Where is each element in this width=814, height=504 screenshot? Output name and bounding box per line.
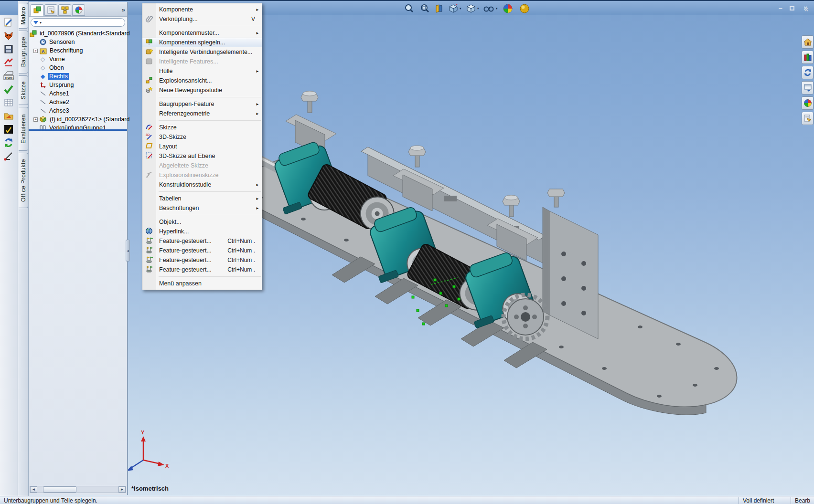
tab-configurationmanager[interactable] xyxy=(58,4,71,16)
context-menu: Komponente► Verknüpfung...V Komponentenm… xyxy=(142,3,262,290)
maximize-button[interactable] xyxy=(787,4,797,12)
menu-item-feature-gesteuert-1[interactable]: Feature-gesteuert...Ctrl+Num . xyxy=(142,236,262,246)
hide-show-items-button[interactable] xyxy=(483,3,494,14)
axis-tool-icon[interactable] xyxy=(1,150,16,162)
tab-skizze[interactable]: Skizze xyxy=(19,75,28,105)
scrollbar-thumb[interactable] xyxy=(43,486,76,493)
scroll-left-icon[interactable]: ◄ xyxy=(30,486,37,493)
tree-horizontal-scrollbar[interactable]: ◄ ► xyxy=(30,486,126,493)
tree-row-oben[interactable]: ◇ Oben xyxy=(30,63,127,72)
menu-item-menue-anpassen[interactable]: Menü anpassen xyxy=(142,279,262,288)
taskpane-home-button[interactable] xyxy=(802,35,814,49)
menu-item-hyperlink[interactable]: Hyperlink... xyxy=(142,227,262,236)
tab-baugruppe[interactable]: Baugruppe xyxy=(19,31,28,74)
display-style-button[interactable] xyxy=(466,3,476,14)
menu-item-baugruppen-feature[interactable]: Baugruppen-Feature► xyxy=(142,99,262,109)
dwg-icon[interactable]: DWG xyxy=(1,70,16,82)
tab-office-produkte[interactable]: Office Produkte xyxy=(19,153,28,208)
green-check-icon[interactable] xyxy=(1,83,16,95)
menu-item-feature-gesteuert-3[interactable]: Feature-gesteuert...Ctrl+Num . xyxy=(142,255,262,265)
svg-text:X: X xyxy=(165,463,169,469)
taskpane-file-explorer-button[interactable] xyxy=(802,66,814,79)
submenu-arrow-icon: ► xyxy=(256,69,259,74)
taskpane-design-library-button[interactable] xyxy=(802,51,814,64)
tab-overflow-chevron[interactable]: » xyxy=(122,6,125,13)
submenu-arrow-icon: ► xyxy=(256,8,259,12)
menu-item-tabellen[interactable]: Tabellen► xyxy=(142,194,262,203)
filter-dropdown-icon[interactable]: ▾ xyxy=(40,21,42,25)
edit-appearance-button[interactable] xyxy=(503,3,513,14)
tab-featuremanager-tree[interactable] xyxy=(31,4,43,16)
edit-document-icon[interactable] xyxy=(1,16,16,29)
expand-icon[interactable]: + xyxy=(33,49,38,53)
panel-collapse-handle[interactable]: ◄ xyxy=(126,240,130,262)
axis-icon xyxy=(39,107,46,115)
tree-row-achse1[interactable]: Achse1 xyxy=(30,89,127,98)
taskpane-custom-properties-button[interactable] xyxy=(802,112,814,125)
menu-item-neue-bewegungsstudie[interactable]: Neue Bewegungsstudie xyxy=(142,85,262,95)
origin-icon xyxy=(39,82,46,89)
scroll-right-icon[interactable]: ► xyxy=(118,486,126,493)
tree-row-ursprung[interactable]: Ursprung xyxy=(30,81,127,89)
sync-icon[interactable] xyxy=(1,136,16,149)
menu-item-referenzgeometrie[interactable]: Referenzgeometrie► xyxy=(142,109,262,118)
menu-item-verknuepfung[interactable]: Verknüpfung...V xyxy=(142,14,262,24)
paperclip-icon xyxy=(145,15,153,24)
sketch-on-plane-icon xyxy=(145,152,153,161)
tab-dimxpert[interactable] xyxy=(72,4,85,16)
tab-propertymanager[interactable] xyxy=(44,4,57,16)
macro-pen-icon[interactable] xyxy=(1,123,16,136)
section-view-button[interactable] xyxy=(434,3,444,14)
menu-item-komponenten-spiegeln[interactable]: Komponenten spiegeln... xyxy=(142,38,262,47)
tab-evaluieren[interactable]: Evaluieren xyxy=(19,107,28,151)
zoom-to-fit-button[interactable] xyxy=(404,3,414,14)
menu-item-komponentenmuster[interactable]: Komponentenmuster...► xyxy=(142,28,262,38)
taskpane-appearances-button[interactable] xyxy=(802,96,814,110)
menu-item-explosionslinienskizze[interactable]: Explosionslinienskizze xyxy=(142,170,262,180)
menu-item-konstruktionsstudie[interactable]: Konstruktionsstudie► xyxy=(142,180,262,189)
tree-row-achse2[interactable]: Achse2 xyxy=(30,98,127,106)
table-grid-icon[interactable] xyxy=(1,96,16,109)
menu-item-feature-gesteuert-2[interactable]: Feature-gesteuert...Ctrl+Num . xyxy=(142,246,262,255)
view-orientation-dropdown-icon[interactable]: ▾ xyxy=(460,7,461,10)
folder-icon[interactable] xyxy=(1,110,16,122)
annotations-icon: A xyxy=(40,47,47,54)
menu-item-huelle[interactable]: Hülle► xyxy=(142,66,262,76)
menu-item-layout[interactable]: Layout xyxy=(142,142,262,151)
tree-split-bar[interactable] xyxy=(29,129,127,131)
tree-row-part[interactable]: + (f) id_00023627<1> (Standard xyxy=(30,115,127,124)
exploded-view-icon xyxy=(145,76,153,85)
tab-makro[interactable]: Makro xyxy=(19,3,28,29)
expand-icon[interactable]: + xyxy=(33,117,38,122)
menu-item-komponente[interactable]: Komponente► xyxy=(142,5,262,14)
display-style-dropdown-icon[interactable]: ▾ xyxy=(477,7,479,10)
tree-row-achse3[interactable]: Achse3 xyxy=(30,106,127,115)
menu-item-intelligente-verbindungselemente[interactable]: Intelligente Verbindungselemente... xyxy=(142,47,262,57)
menu-item-objekt[interactable]: Objekt... xyxy=(142,217,262,227)
menu-item-beschriftungen[interactable]: Beschriftungen► xyxy=(142,203,262,213)
menu-item-feature-gesteuert-4[interactable]: Feature-gesteuert...Ctrl+Num . xyxy=(142,265,262,274)
tree-row-sensoren[interactable]: Sensoren xyxy=(30,38,127,46)
minimize-button[interactable]: – xyxy=(776,4,785,12)
view-orientation-button[interactable] xyxy=(448,3,459,14)
zoom-to-area-button[interactable] xyxy=(419,3,430,14)
tree-row-rechts[interactable]: ◆ Rechts xyxy=(30,72,127,81)
taskpane-view-palette-button[interactable] xyxy=(802,81,814,94)
taskpane-close-icon[interactable]: × xyxy=(802,5,811,14)
tree-filter-input[interactable]: ▾ xyxy=(31,18,125,27)
menu-item-3d-skizze-auf-ebene[interactable]: 3D-Skizze auf Ebene xyxy=(142,151,262,161)
export-red-icon[interactable] xyxy=(1,56,16,69)
tree-row-vorne[interactable]: ◇ Vorne xyxy=(30,55,127,63)
tree-row-assembly-root[interactable]: id_00078906 (Standard<Standard xyxy=(30,29,127,38)
tree-row-verknuepfungen[interactable]: VerknüpfungGruppe1 xyxy=(30,124,127,132)
fox-icon[interactable] xyxy=(1,30,16,42)
menu-item-3d-skizze[interactable]: 3D3D-Skizze xyxy=(142,132,262,142)
tree-row-beschriftung[interactable]: + A Beschriftung xyxy=(30,46,127,55)
menu-item-explosionsansicht[interactable]: Explosionsansicht... xyxy=(142,76,262,85)
save-icon[interactable] xyxy=(1,43,16,55)
apply-scene-button[interactable] xyxy=(519,3,530,14)
menu-item-skizze[interactable]: Skizze xyxy=(142,123,262,132)
hide-show-dropdown-icon[interactable]: ▾ xyxy=(496,7,498,10)
menu-item-intelligente-features[interactable]: Intelligente Features... xyxy=(142,57,262,66)
menu-item-abgeleitete-skizze[interactable]: Abgeleitete Skizze xyxy=(142,161,262,170)
